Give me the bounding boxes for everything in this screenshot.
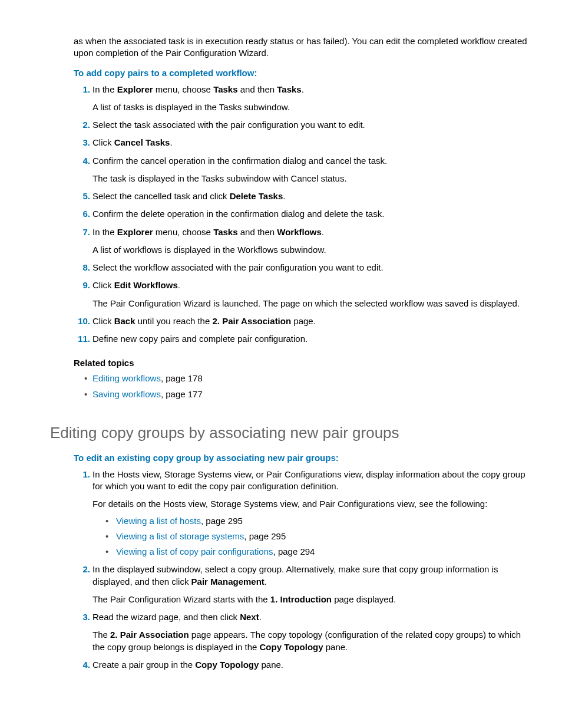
step-number: 10. (74, 315, 90, 327)
step: 8. Select the workflow associated with t… (74, 262, 530, 274)
step: 10. Click Back until you reach the 2. Pa… (74, 315, 530, 327)
sub-link-list: Viewing a list of hosts, page 295 Viewin… (105, 515, 530, 558)
list-item: Viewing a list of hosts, page 295 (105, 515, 530, 527)
step-number: 1. (74, 469, 90, 480)
step-number: 3. (74, 611, 90, 623)
inline-link[interactable]: Viewing a list of copy pair configuratio… (116, 546, 273, 556)
document-page: as when the associated task is in execut… (0, 0, 562, 728)
list-item: Viewing a list of storage systems, page … (105, 531, 530, 542)
step: 3. Click Cancel Tasks. (74, 137, 530, 149)
step-number: 2. (74, 564, 90, 575)
step: 4. Create a pair group in the Copy Topol… (74, 659, 530, 671)
step-number: 5. (74, 190, 90, 202)
step: 2. In the displayed subwindow, select a … (74, 564, 530, 605)
step-subtext: The 2. Pair Association page appears. Th… (92, 629, 530, 653)
step: 4. Confirm the cancel operation in the c… (74, 155, 530, 185)
step-text: Select the workflow associated with the … (92, 262, 384, 272)
step: 9. Click Edit Workflows. The Pair Config… (74, 279, 530, 309)
step-text: In the Explorer menu, choose Tasks and t… (92, 227, 324, 237)
related-topics-list: Editing workflows, page 178 Saving workf… (74, 373, 530, 400)
step-number: 2. (74, 119, 90, 131)
step-number: 8. (74, 262, 90, 274)
step-subtext: The Pair Configuration Wizard is launche… (92, 298, 530, 309)
related-rest: , page 178 (161, 373, 203, 383)
procedure-heading-1: To add copy pairs to a completed workflo… (74, 68, 530, 78)
step: 1. In the Hosts view, Storage Systems vi… (74, 469, 530, 558)
step: 1. In the Explorer menu, choose Tasks an… (74, 84, 530, 114)
list-item: Viewing a list of copy pair configuratio… (105, 546, 530, 558)
step-text: Confirm the cancel operation in the conf… (92, 156, 387, 166)
related-item: Saving workflows, page 177 (74, 388, 530, 400)
step: 3. Read the wizard page, and then click … (74, 611, 530, 653)
step-text: In the Hosts view, Storage Systems view,… (92, 469, 525, 491)
step-number: 9. (74, 279, 90, 291)
inline-link[interactable]: Viewing a list of hosts (116, 516, 201, 526)
step-number: 7. (74, 226, 90, 238)
related-topics-heading: Related topics (74, 358, 530, 368)
step-number: 1. (74, 84, 90, 95)
step-text: Confirm the delete operation in the conf… (92, 209, 384, 219)
step-subtext: For details on the Hosts view, Storage S… (92, 498, 530, 510)
related-link[interactable]: Editing workflows (92, 373, 161, 383)
step-text: Click Cancel Tasks. (92, 137, 173, 147)
step-text: Select the cancelled task and click Dele… (92, 191, 285, 201)
procedure-list-2: 1. In the Hosts view, Storage Systems vi… (74, 469, 530, 671)
step-text: Click Edit Workflows. (92, 280, 180, 290)
related-item: Editing workflows, page 178 (74, 373, 530, 384)
step-number: 4. (74, 155, 90, 167)
step-number: 3. (74, 137, 90, 149)
step-subtext: The Pair Configuration Wizard starts wit… (92, 594, 530, 605)
step-text: In the Explorer menu, choose Tasks and t… (92, 84, 304, 94)
step-subtext: The task is displayed in the Tasks subwi… (92, 173, 530, 185)
link-rest: , page 294 (273, 546, 315, 556)
step-subtext: A list of workflows is displayed in the … (92, 244, 530, 256)
step: 2. Select the task associated with the p… (74, 119, 530, 131)
step-text: Read the wizard page, and then click Nex… (92, 612, 262, 622)
step-text: Create a pair group in the Copy Topology… (92, 660, 283, 670)
step: 7. In the Explorer menu, choose Tasks an… (74, 226, 530, 256)
step-text: Select the task associated with the pair… (92, 120, 365, 130)
step-number: 4. (74, 659, 90, 671)
intro-paragraph: as when the associated task is in execut… (74, 35, 530, 60)
inline-link[interactable]: Viewing a list of storage systems (116, 531, 244, 541)
link-rest: , page 295 (244, 531, 286, 541)
step-text: In the displayed subwindow, select a cop… (92, 564, 498, 586)
procedure-heading-2: To edit an existing copy group by associ… (74, 453, 530, 463)
step-text: Click Back until you reach the 2. Pair A… (92, 316, 316, 326)
related-rest: , page 177 (161, 389, 203, 399)
section-heading: Editing copy groups by associating new p… (50, 424, 530, 442)
step: 6. Confirm the delete operation in the c… (74, 208, 530, 220)
step: 5. Select the cancelled task and click D… (74, 190, 530, 202)
step-text: Define new copy pairs and complete pair … (92, 334, 308, 344)
procedure-list-1: 1. In the Explorer menu, choose Tasks an… (74, 84, 530, 345)
link-rest: , page 295 (201, 516, 243, 526)
step-subtext: A list of tasks is displayed in the Task… (92, 101, 530, 113)
step-number: 11. (74, 333, 90, 345)
step: 11. Define new copy pairs and complete p… (74, 333, 530, 345)
step-number: 6. (74, 208, 90, 220)
related-link[interactable]: Saving workflows (92, 389, 161, 399)
